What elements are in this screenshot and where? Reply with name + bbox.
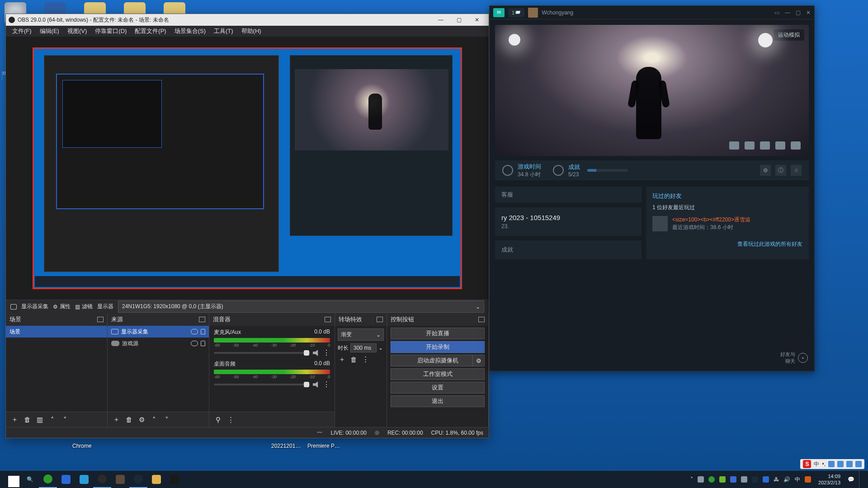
popout-icon[interactable] — [478, 317, 485, 322]
taskbar-app-telegram[interactable] — [75, 471, 93, 488]
duration-input[interactable]: 300 ms — [350, 343, 377, 352]
friend-row[interactable]: <size=100><b><#ff2200>逐雪追 最近游戏时间：38.6 小时 — [652, 216, 802, 231]
tray-app-icon[interactable] — [741, 476, 747, 483]
filters-button[interactable]: ▥ 滤镜 — [75, 303, 93, 310]
visibility-toggle-icon[interactable] — [191, 329, 198, 334]
display-selector[interactable]: 24N1W1G5: 868x488 @ 0,0 (主显示器)⌄ — [118, 300, 484, 313]
source-item[interactable]: 显示器采集 — [108, 326, 209, 338]
source-settings-button[interactable]: ⚙ — [137, 416, 146, 424]
steam-close-button[interactable]: ✕ — [806, 9, 811, 16]
start-button[interactable] — [3, 471, 21, 488]
scene-item[interactable]: 场景 — [6, 326, 107, 338]
steam-header[interactable]: ✉ 1 📨 Wchongyang ▭ — ▢ ✕ — [490, 6, 814, 19]
move-up-button[interactable]: ˄ — [48, 416, 57, 424]
tray-app-icon[interactable] — [708, 476, 715, 483]
duration-stepper[interactable]: ⌄ — [378, 345, 383, 351]
ime-mic-icon[interactable] — [828, 461, 835, 467]
scenes-list[interactable]: 场景 — [6, 326, 107, 412]
tray-network-icon[interactable]: 🖧 — [774, 476, 779, 483]
steam-view-icon[interactable]: ▭ — [774, 9, 779, 16]
menu-dock[interactable]: 停靠窗口(D) — [91, 26, 130, 36]
steam-maximize-button[interactable]: ▢ — [796, 9, 801, 16]
channel-menu-icon[interactable]: ⋮ — [323, 382, 330, 387]
studio-mode-button[interactable]: 工作室模式 — [391, 368, 485, 380]
source-item[interactable]: 游戏源 — [108, 338, 209, 349]
preview-area[interactable] — [6, 37, 489, 300]
menu-tools[interactable]: 工具(T) — [210, 26, 237, 36]
achievements-section-header[interactable]: 成就 — [495, 240, 642, 259]
properties-button[interactable]: ⚙ 属性 — [53, 303, 71, 310]
ime-toolbar[interactable]: S 中 •, — [800, 459, 864, 469]
ime-lang[interactable]: 中 — [814, 460, 819, 468]
search-button[interactable]: 🔍 — [21, 471, 39, 488]
obs-titlebar[interactable]: OBS 29.0.0 (64-bit, windows) - 配置文件: 未命名… — [6, 14, 489, 26]
add-scene-button[interactable]: ＋ — [10, 416, 19, 424]
view-all-friends-link[interactable]: 查看玩过此游戏的所有好友 — [652, 240, 802, 248]
taskbar-app-flyer[interactable] — [57, 471, 75, 488]
delete-scene-button[interactable]: 🗑 — [23, 416, 31, 424]
taskbar-app-steam[interactable] — [129, 471, 147, 488]
popout-icon[interactable] — [199, 317, 205, 322]
popout-icon[interactable] — [97, 317, 104, 322]
steam-avatar-icon[interactable] — [528, 8, 538, 18]
taskbar-app-obs[interactable] — [93, 471, 111, 488]
delete-transition-button[interactable]: 🗑 — [349, 355, 358, 363]
close-button[interactable]: ✕ — [468, 14, 486, 26]
desktop-shortcut-label[interactable]: Chrome — [72, 443, 92, 449]
game-info-icon[interactable]: ⓘ — [775, 165, 786, 176]
speaker-icon[interactable] — [313, 381, 320, 388]
ime-skin-icon[interactable] — [846, 461, 853, 467]
menu-scene-collection[interactable]: 场景集合(S) — [171, 26, 209, 36]
tray-mic-icon[interactable] — [698, 476, 704, 483]
achievement-stat[interactable]: 成就5/23 — [553, 163, 628, 178]
news-update-card[interactable]: ry 2023 - 10515249 23. — [495, 207, 642, 236]
maximize-button[interactable]: ▢ — [450, 14, 468, 26]
ime-toolbox-icon[interactable] — [855, 461, 862, 467]
menu-file[interactable]: 文件(F) — [9, 26, 35, 36]
lock-toggle-icon[interactable] — [201, 341, 205, 346]
taskbar-app-chrome[interactable] — [39, 471, 57, 488]
transition-menu-button[interactable]: ⋮ — [361, 355, 369, 363]
steam-notifications-button[interactable]: 1 📨 — [508, 8, 524, 17]
steam-hero-image[interactable]: 运动模拟 — [495, 25, 809, 156]
move-down-button[interactable]: ˅ — [163, 416, 171, 424]
steam-messages-button[interactable]: ✉ — [493, 8, 505, 17]
game-settings-icon[interactable]: ⚙ — [760, 165, 771, 176]
show-desktop-button[interactable] — [859, 471, 862, 488]
notifications-button[interactable]: 💬 — [848, 476, 854, 483]
friends-chat-fab[interactable]: 好友与 聊天 + — [780, 351, 808, 365]
add-source-button[interactable]: ＋ — [112, 416, 120, 424]
preview-canvas-selected[interactable] — [33, 47, 462, 289]
steam-minimize-button[interactable]: — — [785, 9, 790, 16]
scene-filter-button[interactable]: ▥ — [36, 416, 44, 424]
mixer-menu-button[interactable]: ⋮ — [226, 416, 235, 424]
start-record-button[interactable]: 开始录制 — [391, 341, 485, 353]
tray-ime-icon[interactable]: 中 — [795, 476, 800, 483]
tray-app-icon[interactable] — [730, 476, 736, 483]
delete-source-button[interactable]: 🗑 — [125, 416, 133, 424]
tray-sogou-icon[interactable] — [805, 476, 811, 483]
move-up-button[interactable]: ˄ — [150, 416, 158, 424]
steam-username[interactable]: Wchongyang — [542, 9, 573, 16]
menu-help[interactable]: 帮助(H) — [238, 26, 265, 36]
minimize-button[interactable]: — — [432, 14, 450, 26]
visibility-toggle-icon[interactable] — [191, 341, 198, 346]
volume-slider[interactable] — [214, 384, 310, 385]
speaker-icon[interactable] — [313, 350, 320, 356]
exit-button[interactable]: 退出 — [391, 395, 485, 407]
move-down-button[interactable]: ˅ — [61, 416, 69, 424]
settings-button[interactable]: 设置 — [391, 382, 485, 394]
volume-slider[interactable] — [214, 352, 310, 354]
popout-icon[interactable] — [325, 317, 331, 322]
gamepad-icon[interactable] — [791, 141, 801, 150]
desktop-shortcut-label[interactable]: 20221201… — [271, 443, 301, 449]
menu-view[interactable]: 视图(V) — [64, 26, 90, 36]
start-virtualcam-button[interactable]: 启动虚拟摄像机 ⚙ — [391, 355, 485, 366]
channel-menu-icon[interactable]: ⋮ — [323, 351, 330, 355]
desktop-shortcut-label[interactable]: Premiere P… — [307, 443, 340, 449]
tray-bluetooth-icon[interactable] — [763, 476, 769, 483]
transition-type-select[interactable]: 渐变⌄ — [338, 328, 384, 341]
taskbar-app-terminal[interactable] — [165, 471, 184, 488]
community-icon[interactable] — [745, 141, 755, 150]
taskbar-app-explorer[interactable] — [147, 471, 165, 488]
